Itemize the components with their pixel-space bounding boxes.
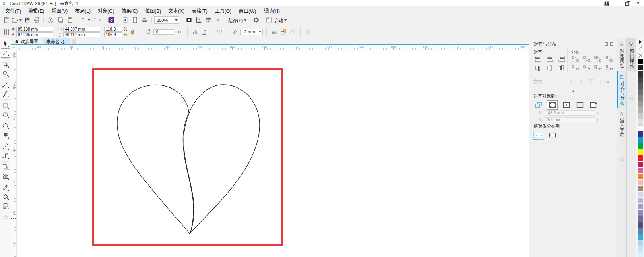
color-swatch-20[interactable]	[638, 180, 643, 185]
shape-tool[interactable]	[1, 48, 10, 58]
mirror-horizontal-button[interactable]	[191, 28, 199, 36]
align-left-button[interactable]	[533, 55, 543, 63]
parallel-dimension-tool[interactable]	[1, 142, 10, 151]
rectangle-tool[interactable]	[1, 101, 10, 110]
publish-pdf-button[interactable]: PDF	[140, 16, 149, 25]
color-swatch-21[interactable]	[638, 186, 643, 191]
color-swatch-27[interactable]	[638, 222, 643, 228]
docker-collapse-button[interactable]	[619, 157, 625, 164]
search-content-button[interactable]	[107, 16, 116, 25]
color-swatch-5[interactable]	[638, 89, 643, 95]
save-button[interactable]	[23, 16, 31, 25]
options-button[interactable]	[252, 16, 260, 25]
align-to-grid-button[interactable]	[574, 100, 585, 110]
menu-item-8[interactable]: 表格(T)	[188, 6, 211, 15]
color-swatch-4[interactable]	[638, 83, 643, 89]
menu-item-11[interactable]: 帮助(H)	[260, 6, 283, 15]
full-screen-preview-button[interactable]	[184, 16, 193, 25]
align-to-specified-point-button[interactable]	[588, 100, 599, 110]
menu-item-2[interactable]: 视图(V)	[48, 6, 71, 15]
no-color-swatch[interactable]	[638, 53, 643, 58]
new-document-button[interactable]	[2, 16, 10, 25]
color-swatch-14[interactable]	[638, 143, 643, 149]
cut-button[interactable]	[46, 16, 55, 25]
docker-float-button[interactable]	[605, 42, 608, 46]
align-to-active-objects-button[interactable]	[533, 100, 544, 110]
vertical-ruler[interactable]: 130120110100908070	[11, 50, 17, 257]
pick-tool[interactable]	[1, 39, 10, 48]
show-guidelines-button[interactable]	[213, 16, 222, 25]
color-swatch-0[interactable]	[638, 59, 643, 64]
specify-point-plus-icon[interactable]	[600, 77, 610, 85]
color-swatch-15[interactable]	[638, 149, 643, 155]
color-eyedropper-tool[interactable]	[1, 183, 10, 192]
color-swatch-6[interactable]	[638, 95, 643, 101]
align-to-page-center-button[interactable]	[561, 100, 572, 110]
menu-item-5[interactable]: 效果(C)	[118, 6, 142, 15]
menu-item-10[interactable]: 窗口(W)	[235, 6, 260, 15]
color-swatch-19[interactable]	[638, 174, 643, 179]
color-swatch-16[interactable]	[638, 155, 643, 161]
snap-to-button[interactable]: 贴齐(T)	[227, 16, 246, 25]
open-button[interactable]	[11, 16, 22, 25]
object-y-input[interactable]: 97.205 mm	[16, 32, 53, 37]
distribute-to-extent-of-page-button[interactable]	[547, 131, 558, 140]
color-swatch-17[interactable]	[638, 162, 643, 167]
menu-item-3[interactable]: 布局(L)	[71, 6, 94, 15]
color-swatch-2[interactable]	[638, 71, 643, 77]
transparency-tool[interactable]	[1, 172, 10, 181]
dist-spacing-v-button[interactable]	[593, 64, 603, 72]
paste-button[interactable]	[66, 16, 74, 25]
basic-shape-picker[interactable]: ♡	[216, 28, 223, 36]
show-rulers-button[interactable]	[194, 16, 203, 25]
heart-curve-object[interactable]	[90, 66, 287, 248]
color-swatch-18[interactable]	[638, 168, 643, 173]
color-swatch-30[interactable]	[638, 240, 643, 246]
color-swatch-25[interactable]	[638, 210, 643, 216]
import-button[interactable]	[121, 16, 130, 25]
palette-flyout-arrow[interactable]	[639, 40, 642, 44]
account-icon[interactable]	[601, 0, 612, 6]
docker-tab-object-properties[interactable]: 对象属性	[617, 38, 626, 71]
color-swatch-24[interactable]	[638, 204, 643, 209]
color-swatch-8[interactable]	[638, 107, 643, 113]
align-bottom-button[interactable]	[557, 64, 566, 72]
color-swatch-10[interactable]	[638, 119, 643, 125]
zoom-tool[interactable]	[1, 69, 10, 78]
ruler-origin-corner[interactable]: ✛	[11, 45, 17, 50]
undo-button[interactable]	[80, 16, 90, 25]
connector-tool[interactable]	[1, 151, 10, 160]
text-tool[interactable]: 字	[1, 131, 10, 140]
distribute-to-extent-of-selection-button[interactable]	[533, 131, 544, 140]
color-swatch-1[interactable]	[638, 65, 643, 70]
horizontal-ruler[interactable]: 4050607080901001101201301401501601701801…	[17, 45, 529, 50]
interactive-fill-tool[interactable]	[1, 192, 10, 201]
menu-item-0[interactable]: 文件(F)	[2, 6, 25, 15]
new-tab-button[interactable]	[72, 39, 76, 44]
mirror-vertical-button[interactable]	[200, 28, 208, 36]
color-swatch-3[interactable]	[638, 77, 643, 83]
color-swatch-26[interactable]	[638, 216, 643, 222]
ellipse-tool[interactable]	[1, 110, 10, 119]
color-swatch-22[interactable]	[638, 192, 643, 197]
color-swatch-12[interactable]	[638, 131, 643, 137]
application-launcher-button[interactable]: 启动	[266, 16, 287, 25]
smart-fill-tool[interactable]	[1, 201, 10, 211]
align-center-v-button[interactable]	[545, 64, 555, 72]
color-swatch-9[interactable]	[638, 113, 643, 119]
docker-tab-insert-character[interactable]: ☆插入字符	[617, 108, 626, 141]
crop-tool[interactable]	[1, 60, 10, 69]
minimize-button[interactable]: —	[612, 0, 622, 6]
object-width-input[interactable]: 44.397 mm	[63, 27, 100, 32]
drawing-canvas[interactable]	[17, 50, 529, 257]
scale-x-input[interactable]: 118.3	[104, 27, 122, 32]
color-swatch-32[interactable]	[638, 252, 643, 257]
color-swatch-29[interactable]	[638, 234, 643, 240]
dist-bottom-button[interactable]	[605, 64, 614, 72]
palette-eyedropper-icon[interactable]	[638, 45, 643, 52]
dist-center-v-button[interactable]	[582, 64, 592, 72]
color-swatch-28[interactable]	[638, 228, 643, 234]
dist-left-button[interactable]	[571, 55, 580, 63]
dist-top-button[interactable]	[571, 64, 580, 72]
dist-spacing-h-button[interactable]	[593, 55, 603, 63]
